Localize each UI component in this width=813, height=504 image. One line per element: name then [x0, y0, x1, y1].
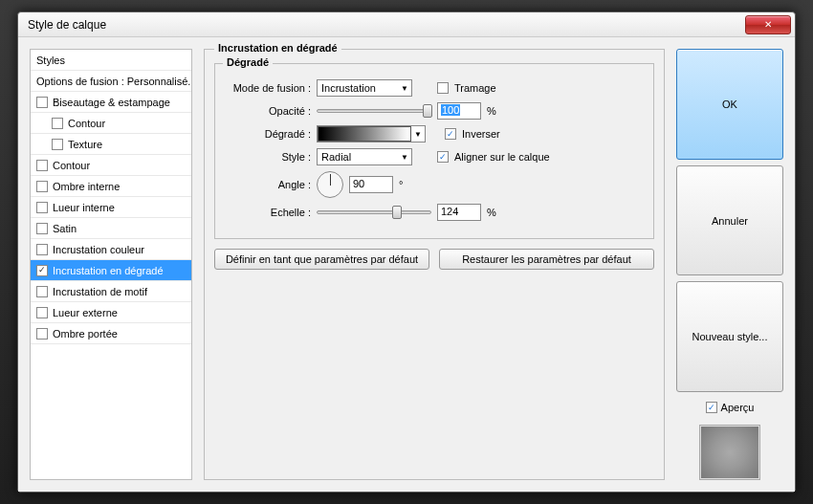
scale-input[interactable]: 124 — [437, 204, 481, 221]
style-value: Radial — [321, 151, 351, 163]
checkbox-icon[interactable] — [36, 244, 48, 255]
style-item-label: Contour — [53, 160, 90, 171]
checkbox-icon[interactable] — [52, 139, 63, 150]
reverse-checkbox[interactable] — [445, 128, 456, 140]
gradient-overlay-panel: Incrustation en dégradé Dégradé Mode de … — [204, 49, 665, 480]
make-default-button[interactable]: Définir en tant que paramètres par défau… — [214, 249, 429, 270]
chevron-down-icon: ▼ — [401, 153, 408, 162]
gradient-swatch — [318, 126, 411, 142]
scale-unit: % — [487, 207, 496, 218]
panel-title: Incrustation en dégradé — [214, 42, 341, 54]
style-item-bevel-texture[interactable]: Texture — [31, 134, 191, 155]
style-item-gradient-overlay[interactable]: Incrustation en dégradé — [31, 260, 191, 281]
style-item-label: Satin — [53, 223, 77, 234]
opacity-slider[interactable] — [317, 109, 431, 113]
blend-mode-select[interactable]: Incrustation ▼ — [317, 79, 412, 97]
checkbox-icon[interactable] — [36, 286, 48, 297]
chevron-down-icon: ▼ — [401, 84, 408, 93]
style-item-outer-glow[interactable]: Lueur externe — [31, 302, 191, 323]
preview-thumbnail — [699, 425, 760, 480]
blending-options-row[interactable]: Options de fusion : Personnalisé... — [31, 71, 191, 92]
style-item-label: Ombre interne — [53, 181, 120, 192]
style-item-stroke[interactable]: Contour — [31, 155, 191, 176]
checkbox-icon[interactable] — [36, 202, 48, 213]
style-item-label: Incrustation en dégradé — [53, 265, 164, 276]
opacity-unit: % — [487, 105, 496, 117]
style-item-drop-shadow[interactable]: Ombre portée — [31, 323, 191, 344]
new-style-button[interactable]: Nouveau style... — [676, 281, 783, 392]
reverse-label: Inverser — [462, 128, 500, 140]
cancel-button[interactable]: Annuler — [676, 165, 783, 276]
close-icon: ✕ — [764, 19, 772, 30]
style-item-label: Contour — [68, 118, 105, 129]
reset-default-button[interactable]: Restaurer les paramètres par défaut — [439, 249, 654, 270]
scale-slider[interactable] — [317, 210, 431, 214]
group-title: Dégradé — [223, 56, 273, 68]
style-item-label: Texture — [68, 139, 102, 150]
opacity-input[interactable]: 100 — [437, 102, 481, 120]
angle-label: Angle : — [225, 179, 311, 190]
angle-input[interactable]: 90 — [349, 176, 393, 193]
style-item-color-overlay[interactable]: Incrustation couleur — [31, 239, 191, 260]
dither-checkbox[interactable] — [437, 82, 449, 94]
gradient-group: Dégradé Mode de fusion : Incrustation ▼ … — [214, 63, 654, 239]
blend-mode-label: Mode de fusion : — [225, 82, 311, 94]
style-item-label: Biseautage & estampage — [53, 97, 170, 108]
opacity-label: Opacité : — [225, 105, 311, 117]
style-item-label: Incrustation couleur — [53, 244, 144, 255]
checkbox-icon[interactable] — [36, 181, 48, 192]
checkbox-icon[interactable] — [36, 307, 48, 318]
angle-dial[interactable] — [317, 171, 343, 198]
layer-style-dialog: Style de calque ✕ Styles Options de fusi… — [17, 11, 796, 493]
style-item-label: Ombre portée — [53, 328, 118, 340]
checkbox-icon[interactable] — [36, 265, 48, 276]
gradient-label: Dégradé : — [225, 128, 311, 140]
checkbox-icon[interactable] — [36, 97, 48, 108]
style-label: Style : — [225, 151, 311, 163]
gradient-picker[interactable]: ▼ — [317, 125, 426, 142]
align-label: Aligner sur le calque — [454, 151, 550, 163]
scale-label: Echelle : — [225, 207, 311, 218]
preview-label: Aperçu — [721, 402, 755, 413]
angle-unit: ° — [399, 179, 403, 190]
checkbox-icon[interactable] — [36, 328, 48, 340]
style-select[interactable]: Radial ▼ — [317, 148, 412, 165]
style-item-inner-glow[interactable]: Lueur interne — [31, 197, 191, 218]
style-item-pattern-overlay[interactable]: Incrustation de motif — [31, 281, 191, 302]
align-checkbox[interactable] — [437, 151, 449, 163]
dialog-actions: OK Annuler Nouveau style... Aperçu — [676, 49, 783, 480]
style-item-label: Lueur externe — [53, 307, 118, 318]
ok-button[interactable]: OK — [676, 49, 783, 160]
checkbox-icon[interactable] — [36, 160, 48, 171]
window-title: Style de calque — [28, 18, 745, 32]
titlebar[interactable]: Style de calque ✕ — [18, 12, 795, 37]
chevron-down-icon: ▼ — [411, 130, 425, 139]
styles-list: Styles Options de fusion : Personnalisé.… — [30, 49, 192, 480]
close-button[interactable]: ✕ — [745, 15, 791, 34]
style-item-bevel-contour[interactable]: Contour — [31, 113, 191, 134]
blend-mode-value: Incrustation — [321, 82, 376, 94]
style-item-label: Lueur interne — [53, 202, 115, 213]
checkbox-icon[interactable] — [36, 223, 48, 234]
dither-label: Tramage — [454, 82, 496, 94]
style-item-label: Incrustation de motif — [53, 286, 147, 297]
style-item-bevel[interactable]: Biseautage & estampage — [31, 92, 191, 113]
preview-checkbox[interactable] — [706, 402, 717, 413]
styles-header[interactable]: Styles — [31, 50, 191, 71]
style-item-inner-shadow[interactable]: Ombre interne — [31, 176, 191, 197]
checkbox-icon[interactable] — [52, 118, 63, 129]
style-item-satin[interactable]: Satin — [31, 218, 191, 239]
